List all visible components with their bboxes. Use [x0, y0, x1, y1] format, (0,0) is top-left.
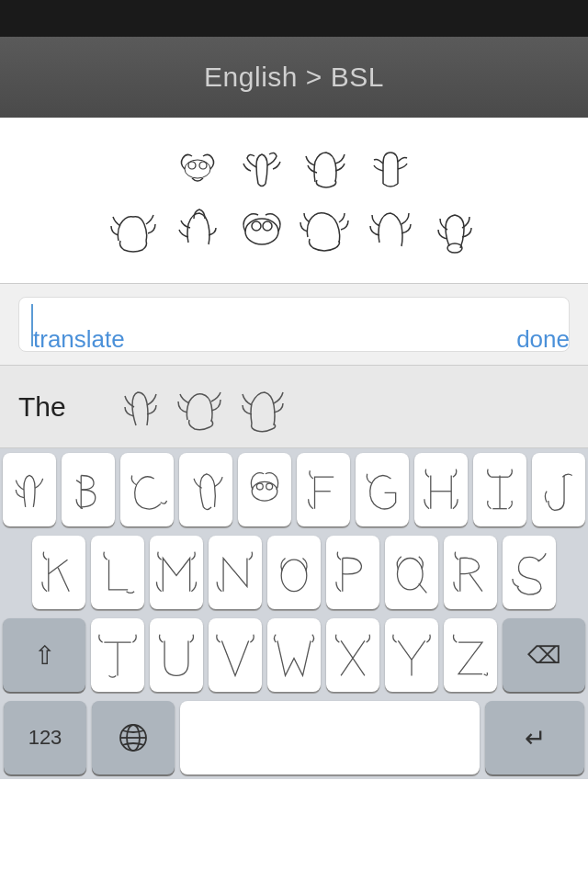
key-row-1	[0, 448, 588, 531]
result-sign-3	[232, 379, 287, 435]
key-h[interactable]	[414, 453, 468, 526]
key-f[interactable]	[297, 453, 350, 526]
sign-display-2	[231, 138, 293, 200]
key-row-4: 123 ↵	[0, 696, 588, 779]
translate-button[interactable]: translate	[33, 325, 125, 354]
svg-point-1	[188, 162, 196, 169]
key-i[interactable]	[473, 453, 526, 526]
key-x[interactable]	[326, 618, 379, 692]
key-p[interactable]	[326, 536, 379, 609]
key-l[interactable]	[91, 536, 144, 609]
svg-point-0	[185, 160, 210, 178]
result-row: The	[0, 366, 588, 448]
key-row-2	[0, 531, 588, 614]
svg-point-9	[266, 483, 273, 490]
done-button[interactable]: done	[516, 325, 570, 354]
key-d[interactable]	[179, 453, 232, 526]
sign-row-1	[166, 138, 422, 200]
sign-display-9	[359, 200, 422, 263]
header-title: English > BSL	[204, 62, 384, 93]
key-g[interactable]	[356, 453, 409, 526]
key-space[interactable]	[180, 701, 480, 775]
svg-point-5	[263, 221, 272, 231]
key-a[interactable]	[3, 453, 56, 526]
key-s[interactable]	[503, 536, 556, 609]
sign-display-area	[0, 118, 588, 283]
sign-display-7	[231, 200, 293, 263]
keyboard: ⇧	[0, 448, 588, 779]
key-backspace[interactable]: ⌫	[503, 618, 585, 692]
key-e[interactable]	[238, 453, 291, 526]
key-z[interactable]	[444, 618, 497, 692]
key-q[interactable]	[385, 536, 438, 609]
svg-point-11	[397, 558, 423, 589]
sign-display-3	[295, 138, 357, 200]
sign-display-8	[295, 200, 357, 263]
key-row-3: ⇧	[0, 614, 588, 696]
svg-point-8	[256, 483, 263, 490]
key-b[interactable]	[62, 453, 115, 526]
status-bar	[0, 0, 588, 37]
key-j[interactable]	[532, 453, 585, 526]
sign-display-6	[166, 200, 229, 263]
svg-point-10	[281, 560, 307, 591]
key-o[interactable]	[267, 536, 321, 609]
input-area: translate done	[0, 283, 588, 366]
key-r[interactable]	[444, 536, 497, 609]
key-w[interactable]	[267, 618, 321, 692]
key-globe[interactable]	[92, 701, 175, 775]
key-v[interactable]	[209, 618, 262, 692]
svg-point-7	[252, 481, 277, 501]
key-k[interactable]	[32, 536, 85, 609]
key-shift[interactable]: ⇧	[3, 618, 85, 692]
key-c[interactable]	[120, 453, 174, 526]
globe-icon	[117, 721, 150, 754]
key-u[interactable]	[150, 618, 203, 692]
sign-display-5	[102, 200, 164, 263]
result-word: The	[18, 391, 92, 423]
result-sign-1	[110, 379, 165, 435]
app-header: English > BSL	[0, 37, 588, 118]
svg-point-2	[199, 162, 207, 169]
sign-display-10	[424, 200, 486, 263]
key-123[interactable]: 123	[4, 701, 86, 775]
key-y[interactable]	[385, 618, 438, 692]
key-return[interactable]: ↵	[485, 701, 584, 775]
sign-row-2	[102, 200, 486, 263]
result-sign-2	[171, 379, 226, 435]
sign-display-4	[359, 138, 422, 200]
key-n[interactable]	[209, 536, 262, 609]
result-signs	[110, 379, 287, 435]
key-123-label: 123	[28, 726, 62, 750]
svg-point-3	[245, 219, 278, 244]
svg-point-4	[252, 221, 261, 231]
key-m[interactable]	[150, 536, 203, 609]
sign-display-1	[166, 138, 229, 200]
key-t[interactable]	[91, 618, 144, 692]
svg-point-6	[447, 243, 462, 253]
